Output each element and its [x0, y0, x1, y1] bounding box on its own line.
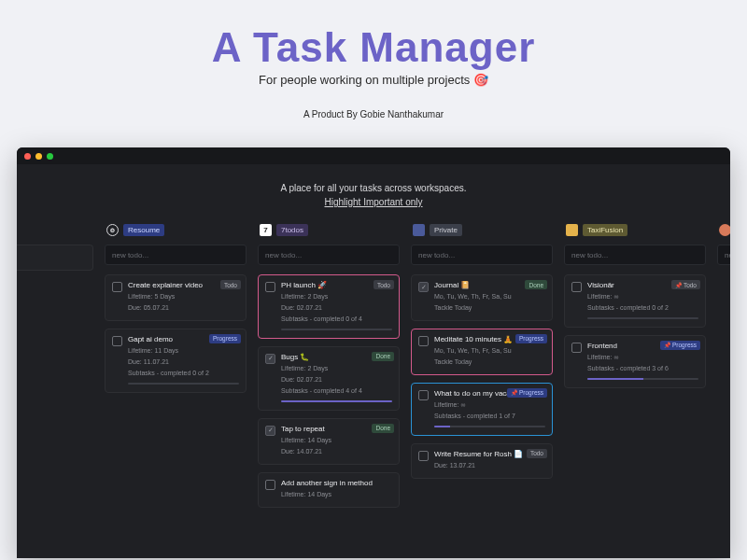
task-checkbox[interactable] [571, 343, 582, 353]
task-card[interactable]: 📌TodoVisionärLifetime: ∞Subtasks - compl… [564, 274, 706, 328]
task-checkbox[interactable] [112, 282, 122, 292]
new-todo-input[interactable]: new todo... [411, 245, 553, 265]
workspace-icon [566, 224, 578, 236]
task-card[interactable]: 📌ProgressFrontendLifetime: ∞Subtasks - c… [564, 335, 706, 388]
task-body: Add another sign in methodLifetime: 14 D… [281, 479, 392, 499]
byline: A Product By Gobie Nanthakumar [0, 109, 747, 119]
close-icon[interactable] [24, 153, 31, 160]
status-label: Done [375, 353, 390, 359]
status-label: Todo [224, 282, 237, 288]
task-card[interactable]: DoneBugs 🐛Lifetime: 2 DaysDue: 02.07.21S… [258, 346, 400, 411]
task-card[interactable]: DoneTap to repeatLifetime: 14 DaysDue: 1… [258, 418, 400, 465]
task-meta: Subtasks - completed 1 of 7 [434, 412, 545, 421]
workspace-label[interactable]: Private [430, 224, 462, 236]
new-todo-input[interactable]: new todo... [258, 245, 400, 265]
task-meta: Subtasks - completed 0 of 2 [128, 369, 239, 378]
task-card[interactable] [17, 245, 93, 271]
subtask-progress-bar [434, 426, 545, 427]
status-badge: Progress [515, 334, 547, 343]
task-checkbox[interactable] [265, 354, 275, 364]
column-header [17, 222, 93, 237]
tagline-text: A place for all your tasks across worksp… [17, 164, 730, 197]
pin-icon: 📌 [664, 343, 670, 348]
task-card[interactable]: ProgressGapt ai demoLifetime: 11 DaysDue… [105, 329, 247, 393]
pin-icon: 📌 [675, 283, 682, 288]
task-checkbox[interactable] [418, 282, 429, 292]
task-meta: Due: 14.07.21 [281, 447, 392, 456]
workspace-icon [719, 224, 730, 236]
task-checkbox[interactable] [265, 480, 275, 490]
task-meta: Lifetime: ∞ [587, 353, 698, 362]
column-header [719, 222, 730, 237]
workspace-icon [413, 224, 425, 236]
status-label: Done [375, 425, 390, 431]
task-meta: Lifetime: 11 Days [128, 346, 239, 356]
task-meta: Subtasks - completed 3 of 6 [587, 364, 698, 373]
task-card[interactable]: TodoCreate explainer videoLifetime: 5 Da… [105, 274, 247, 321]
status-label: Progress [519, 389, 543, 396]
task-meta: Due: 02.07.21 [281, 375, 392, 385]
app-body: A place for all your tasks across worksp… [17, 164, 730, 515]
task-meta: Lifetime: 5 Days [128, 292, 239, 301]
workspace-label[interactable]: 7todos [276, 224, 308, 236]
task-meta: Tackle Today [434, 357, 545, 367]
task-meta: Lifetime: 2 Days [281, 292, 392, 301]
status-badge: Done [525, 280, 547, 289]
task-card[interactable]: DoneJournal 📔Mo, Tu, We, Th, Fr, Sa, SuT… [411, 274, 553, 321]
task-checkbox[interactable] [265, 426, 275, 436]
status-badge: Progress [209, 334, 241, 343]
workspace-icon: 7 [260, 224, 272, 236]
highlight-important-link[interactable]: Highlight Important only [17, 197, 730, 222]
subtask-progress-bar [587, 317, 698, 319]
task-checkbox[interactable] [418, 390, 429, 400]
task-checkbox[interactable] [112, 336, 122, 346]
subtask-progress-bar [281, 400, 392, 402]
new-todo-input[interactable]: new todo... [717, 245, 730, 265]
window-titlebar [17, 147, 730, 164]
new-todo-input[interactable]: new todo... [564, 245, 706, 265]
task-card[interactable]: 📌ProgressWhat to do on my vacationLifeti… [411, 383, 553, 436]
status-badge: Done [372, 424, 394, 433]
task-meta: Lifetime: 2 Days [281, 364, 392, 373]
status-label: Progress [519, 335, 543, 342]
task-checkbox[interactable] [265, 282, 275, 292]
task-card[interactable]: ProgressMeditate 10 minutes 🧘Mo, Tu, We,… [411, 329, 553, 375]
workspace-label[interactable]: Resoume [123, 224, 164, 236]
status-label: Progress [672, 342, 697, 348]
column-header: Private [413, 222, 553, 237]
status-badge: Todo [374, 280, 394, 289]
status-label: Progress [213, 335, 237, 342]
workspace-column: Privatenew todo...DoneJournal 📔Mo, Tu, W… [411, 222, 553, 515]
workspace-column: 77todosnew todo...TodoPH launch 🚀Lifetim… [258, 222, 400, 515]
workspace-label[interactable]: TaxiFusion [583, 224, 627, 236]
pin-icon: 📌 [511, 390, 517, 396]
status-label: Todo [530, 450, 543, 456]
status-badge: 📌Todo [671, 280, 700, 289]
maximize-icon[interactable] [47, 153, 53, 160]
status-badge: Done [372, 352, 394, 361]
subtask-progress-bar [128, 383, 239, 385]
column-header: 77todos [260, 222, 400, 237]
task-meta: Tackle Today [434, 303, 545, 313]
task-checkbox[interactable] [418, 336, 429, 346]
task-meta: Lifetime: ∞ [434, 400, 545, 410]
task-card[interactable]: TodoWrite Resume for Rosh 📄Due: 13.07.21 [411, 443, 553, 479]
column-header: TaxiFusion [566, 222, 706, 237]
task-meta: Due: 13.07.21 [434, 461, 545, 470]
task-card[interactable]: TodoPH launch 🚀Lifetime: 2 DaysDue: 02.0… [258, 274, 400, 339]
task-checkbox[interactable] [571, 282, 582, 292]
task-meta: Subtasks - completed 0 of 2 [587, 303, 698, 313]
task-meta: Mo, Tu, We, Th, Fr, Sa, Su [434, 292, 545, 301]
workspace-column: ⌾Resoumenew todo...TodoCreate explainer … [105, 222, 247, 515]
task-meta: Lifetime: 14 Days [281, 436, 392, 445]
new-todo-input[interactable]: new todo... [105, 245, 247, 265]
status-label: Todo [377, 282, 390, 288]
status-badge: Todo [220, 280, 241, 289]
subtask-progress-bar [587, 378, 698, 380]
task-meta: Due: 05.07.21 [128, 303, 239, 313]
task-checkbox[interactable] [418, 451, 429, 461]
task-card[interactable]: Add another sign in methodLifetime: 14 D… [258, 472, 400, 508]
minimize-icon[interactable] [35, 153, 42, 160]
status-label: Done [529, 282, 543, 288]
workspace-column: TaxiFusionnew todo...📌TodoVisionärLifeti… [564, 222, 706, 515]
